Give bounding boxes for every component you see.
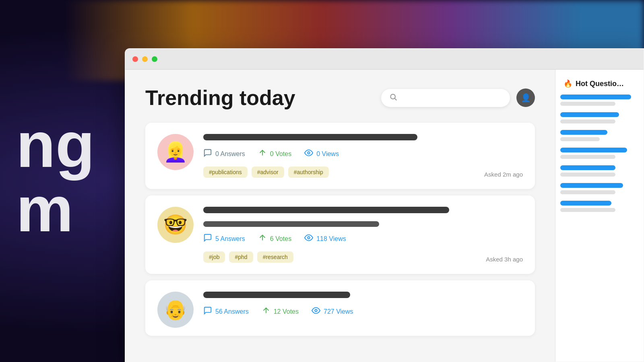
asked-time: Asked 2m ago <box>484 171 523 178</box>
hot-item[interactable] <box>555 112 644 123</box>
tag[interactable]: #advisor <box>252 167 284 178</box>
views-stat: 727 Views <box>312 306 353 317</box>
hot-item[interactable] <box>555 95 644 106</box>
views-icon <box>304 233 313 244</box>
feed-header: Trending today 👤 <box>145 86 535 110</box>
user-avatar: 👱‍♀️ <box>157 134 194 170</box>
page-title: Trending today <box>145 86 295 110</box>
svg-point-3 <box>308 237 310 239</box>
fire-icon: 🔥 <box>564 79 572 88</box>
question-title-placeholder-long <box>203 207 449 213</box>
minimize-button[interactable] <box>142 56 148 62</box>
content-area: Trending today 👤 <box>125 70 644 362</box>
user-avatar: 🤓 <box>157 207 194 243</box>
answers-icon <box>203 233 212 244</box>
views-icon <box>304 148 313 159</box>
votes-count: 6 Votes <box>270 235 291 243</box>
answers-count: 56 Answers <box>215 308 249 315</box>
stats-row: 5 Answers 6 Votes <box>203 233 523 244</box>
votes-count: 0 Votes <box>270 150 291 158</box>
hot-bar-text <box>560 102 615 106</box>
views-count: 727 Views <box>324 308 353 315</box>
hot-bar <box>560 183 623 188</box>
hot-item[interactable] <box>555 148 644 159</box>
votes-icon <box>258 233 267 244</box>
hot-questions-title: Hot Questio… <box>576 80 624 88</box>
hot-bar <box>560 95 631 99</box>
hot-bar-text <box>560 208 615 212</box>
tag[interactable]: #publications <box>203 167 248 178</box>
question-card: 👱‍♀️ 0 Answers <box>145 123 535 189</box>
views-stat: 0 Views <box>304 148 339 159</box>
stats-row: 0 Answers 0 Votes <box>203 148 523 159</box>
hot-item[interactable] <box>555 165 644 177</box>
views-count: 0 Views <box>316 150 339 158</box>
hot-bar-text <box>560 137 600 141</box>
answers-icon <box>203 148 212 159</box>
votes-icon <box>258 148 267 159</box>
asked-time: Asked 3h ago <box>486 256 523 263</box>
hot-item[interactable] <box>555 183 644 194</box>
votes-stat: 0 Votes <box>258 148 291 159</box>
stats-row: 56 Answers 12 Votes <box>203 306 523 317</box>
hot-bar <box>560 130 607 135</box>
search-input[interactable] <box>401 94 502 101</box>
main-feed: Trending today 👤 <box>125 70 555 362</box>
answers-stat: 56 Answers <box>203 306 249 317</box>
decorative-text: ng m <box>16 113 95 241</box>
question-body: 56 Answers 12 Votes <box>203 292 523 328</box>
tag[interactable]: #job <box>203 251 225 263</box>
votes-count: 12 Votes <box>274 308 299 315</box>
hot-bar-text <box>560 155 615 159</box>
hot-bar-text <box>560 119 615 123</box>
views-count: 118 Views <box>316 235 346 243</box>
search-icon <box>389 93 397 103</box>
hot-item[interactable] <box>555 130 644 141</box>
hot-bar <box>560 112 619 117</box>
user-avatar: 👴 <box>157 292 194 328</box>
answers-stat: 0 Answers <box>203 148 245 159</box>
svg-line-1 <box>395 98 397 100</box>
tag[interactable]: #phd <box>229 251 253 263</box>
sidebar-header: 🔥 Hot Questio… <box>555 79 644 95</box>
browser-window: Trending today 👤 <box>125 48 644 362</box>
question-card: 👴 56 Answers <box>145 280 535 336</box>
tag[interactable]: #authorship <box>288 167 329 178</box>
sidebar: 🔥 Hot Questio… <box>555 70 644 362</box>
votes-icon <box>262 306 270 317</box>
hot-item[interactable] <box>555 201 644 212</box>
tags-row: #job #phd #research <box>203 251 293 263</box>
question-card: 🤓 5 Answers <box>145 195 535 274</box>
svg-point-2 <box>308 152 310 154</box>
votes-stat: 6 Votes <box>258 233 291 244</box>
hot-bar <box>560 201 611 206</box>
svg-point-4 <box>315 309 317 312</box>
hot-bar-text <box>560 173 615 177</box>
maximize-button[interactable] <box>152 56 157 62</box>
tag[interactable]: #research <box>257 251 293 263</box>
votes-stat: 12 Votes <box>262 306 299 317</box>
tags-row: #publications #advisor #authorship <box>203 167 329 178</box>
hot-bar <box>560 148 627 152</box>
answers-count: 0 Answers <box>215 150 245 158</box>
views-stat: 118 Views <box>304 233 346 244</box>
hot-bar-text <box>560 190 615 194</box>
user-avatar-header[interactable]: 👤 <box>516 88 535 107</box>
question-subtitle-placeholder <box>203 221 379 227</box>
svg-point-0 <box>390 94 395 99</box>
question-body: 0 Answers 0 Votes <box>203 134 523 178</box>
title-bar <box>125 49 644 70</box>
views-icon <box>312 306 320 317</box>
question-title-placeholder <box>203 292 350 298</box>
answers-stat: 5 Answers <box>203 233 245 244</box>
question-body: 5 Answers 6 Votes <box>203 207 523 263</box>
answers-icon <box>203 306 212 317</box>
hot-bar <box>560 165 615 170</box>
search-bar[interactable] <box>381 89 510 107</box>
close-button[interactable] <box>132 56 138 62</box>
question-title-placeholder <box>203 134 417 140</box>
answers-count: 5 Answers <box>215 235 245 243</box>
